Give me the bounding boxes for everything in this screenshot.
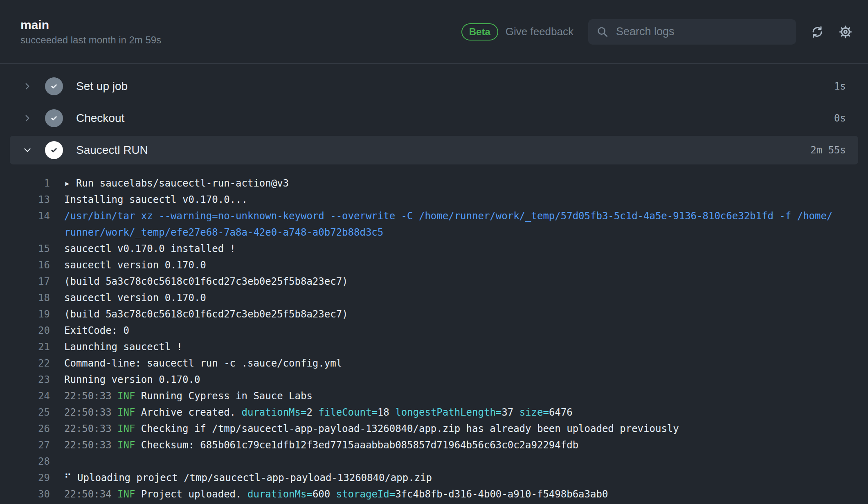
job-summary: main succeeded last month in 2m 59s bbox=[20, 19, 161, 45]
line-text: 22:50:33 INF Checksum: 685b061c79ce1dfb1… bbox=[64, 437, 578, 453]
log-segment: saucectl v0.170.0 installed ! bbox=[64, 243, 236, 254]
line-number[interactable]: 14 bbox=[0, 208, 50, 224]
line-text: (build 5a3c78c0c5618c01f6cd27c3eb0e25f5b… bbox=[64, 273, 348, 290]
line-text: (build 5a3c78c0c5618c01f6cd27c3eb0e25f5b… bbox=[64, 306, 348, 322]
log-segment: ExitCode: 0 bbox=[64, 325, 129, 336]
line-number[interactable]: 13 bbox=[0, 191, 50, 208]
refresh-icon bbox=[811, 25, 824, 38]
log-segment: INF bbox=[117, 488, 141, 500]
log-segment: (build 5a3c78c0c5618c01f6cd27c3eb0e25f5b… bbox=[64, 276, 348, 287]
log-lines: 1▸ Run saucelabs/saucectl-run-action@v31… bbox=[0, 168, 868, 502]
log-segment: INF bbox=[117, 390, 141, 402]
search-icon bbox=[596, 26, 609, 38]
log-segment: 22:50:33 bbox=[64, 439, 117, 451]
log-segment: 6476 bbox=[549, 407, 573, 418]
line-text: saucectl version 0.170.0 bbox=[64, 290, 206, 306]
log-segment: Project uploaded. bbox=[141, 488, 247, 500]
line-text: Command-line: saucectl run -c .sauce/con… bbox=[64, 355, 342, 371]
line-text: saucectl v0.170.0 installed ! bbox=[64, 241, 236, 257]
log-segment: INF bbox=[117, 439, 141, 451]
log-segment: 2 bbox=[306, 407, 318, 418]
line-number[interactable]: 20 bbox=[0, 322, 50, 339]
check-icon bbox=[49, 81, 59, 91]
log-segment: 22:50:33 bbox=[64, 423, 117, 434]
log-line: 2722:50:33 INF Checksum: 685b061c79ce1df… bbox=[0, 437, 858, 453]
log-line: 21Launching saucectl ! bbox=[0, 339, 858, 355]
step-name: Checkout bbox=[76, 112, 124, 125]
log-segment: 22:50:33 bbox=[64, 407, 117, 418]
line-number[interactable]: 1 bbox=[0, 175, 50, 191]
step-row-saucectl-run[interactable]: Saucectl RUN2m 55s bbox=[10, 136, 858, 164]
line-number[interactable]: 30 bbox=[0, 486, 50, 502]
search-input[interactable] bbox=[615, 25, 788, 38]
log-segment: Checksum: 685b061c79ce1dfb12f3ed7715aaab… bbox=[141, 439, 578, 451]
header: main succeeded last month in 2m 59s Beta… bbox=[0, 0, 868, 64]
log-segment: fileCount= bbox=[318, 407, 378, 418]
step-duration: 1s bbox=[834, 81, 846, 92]
line-number[interactable]: 19 bbox=[0, 306, 50, 322]
success-check-icon bbox=[45, 109, 63, 127]
line-number[interactable]: 29 bbox=[0, 470, 50, 486]
log-line: 29⠋ Uploading project /tmp/saucectl-app-… bbox=[0, 470, 858, 486]
log-segment: durationMs= bbox=[247, 488, 313, 500]
refresh-button[interactable] bbox=[811, 25, 824, 38]
search-box[interactable] bbox=[588, 19, 796, 45]
log-segment: 22:50:33 bbox=[64, 390, 117, 402]
line-number[interactable]: 17 bbox=[0, 273, 50, 290]
line-text: ▸ Run saucelabs/saucectl-run-action@v3 bbox=[64, 175, 289, 191]
job-status-summary: succeeded last month in 2m 59s bbox=[20, 35, 161, 45]
log-segment: Installing saucectl v0.170.0... bbox=[64, 194, 247, 205]
line-number[interactable]: 25 bbox=[0, 404, 50, 421]
give-feedback-link[interactable]: Give feedback bbox=[506, 25, 573, 38]
log-segment: Launching saucectl ! bbox=[64, 341, 182, 353]
log-segment: Running Cypress in Sauce Labs bbox=[141, 390, 313, 402]
line-number[interactable]: 27 bbox=[0, 437, 50, 453]
log-segment: ▸ Run saucelabs/saucectl-run-action@v3 bbox=[64, 178, 289, 189]
step-row-checkout[interactable]: Checkout0s bbox=[10, 104, 858, 133]
log-segment: saucectl version 0.170.0 bbox=[64, 259, 206, 271]
step-row-set-up-job[interactable]: Set up job1s bbox=[10, 72, 858, 101]
beta-badge: Beta bbox=[461, 23, 498, 40]
line-text: 22:50:33 INF Archive created. durationMs… bbox=[64, 404, 573, 421]
log-segment: 3fc4b8fb-d316-4b00-a910-f5498b6a3ab0 bbox=[395, 488, 608, 500]
log-segment: longestPathLength= bbox=[395, 407, 501, 418]
line-number[interactable]: 15 bbox=[0, 241, 50, 257]
line-text: 22:50:33 INF Running Cypress in Sauce La… bbox=[64, 388, 313, 404]
log-segment: Command-line: saucectl run -c .sauce/con… bbox=[64, 358, 342, 369]
log-segment: (build 5a3c78c0c5618c01f6cd27c3eb0e25f5b… bbox=[64, 308, 348, 320]
line-number[interactable]: 22 bbox=[0, 355, 50, 371]
line-number[interactable]: 28 bbox=[0, 453, 50, 470]
line-number[interactable]: 23 bbox=[0, 371, 50, 388]
line-text: 22:50:33 INF Checking if /tmp/saucectl-a… bbox=[64, 421, 679, 437]
beta-feedback-group: Beta Give feedback bbox=[461, 23, 573, 40]
line-number[interactable]: 16 bbox=[0, 257, 50, 273]
log-line: 23Running version 0.170.0 bbox=[0, 371, 858, 388]
log-segment: Archive created. bbox=[141, 407, 242, 418]
chevron-down-icon bbox=[22, 145, 33, 155]
header-controls: Beta Give feedback bbox=[461, 19, 852, 45]
line-number[interactable]: 21 bbox=[0, 339, 50, 355]
log-line: 2422:50:33 INF Running Cypress in Sauce … bbox=[0, 388, 858, 404]
line-number[interactable]: 24 bbox=[0, 388, 50, 404]
line-number[interactable]: 18 bbox=[0, 290, 50, 306]
line-text: Launching saucectl ! bbox=[64, 339, 182, 355]
log-line: 16saucectl version 0.170.0 bbox=[0, 257, 858, 273]
log-segment: INF bbox=[117, 423, 141, 434]
chevron-right-icon bbox=[22, 113, 33, 124]
line-number[interactable]: 26 bbox=[0, 421, 50, 437]
log-segment: durationMs= bbox=[241, 407, 306, 418]
log-segment: saucectl version 0.170.0 bbox=[64, 292, 206, 304]
log-segment: 18 bbox=[378, 407, 395, 418]
log-line: 28 bbox=[0, 453, 858, 470]
job-title: main bbox=[20, 19, 161, 31]
log-segment: size= bbox=[519, 407, 549, 418]
line-text: ExitCode: 0 bbox=[64, 322, 129, 339]
log-line: 1▸ Run saucelabs/saucectl-run-action@v3 bbox=[0, 175, 858, 191]
log-segment: Checking if /tmp/saucectl-app-payload-13… bbox=[141, 423, 679, 434]
settings-button[interactable] bbox=[839, 25, 852, 39]
log-segment: ⠋ Uploading project /tmp/saucectl-app-pa… bbox=[64, 472, 432, 484]
step-duration: 0s bbox=[834, 112, 846, 124]
log-segment: 22:50:34 bbox=[64, 488, 117, 500]
log-line: 15saucectl v0.170.0 installed ! bbox=[0, 241, 858, 257]
log-line: 18saucectl version 0.170.0 bbox=[0, 290, 858, 306]
